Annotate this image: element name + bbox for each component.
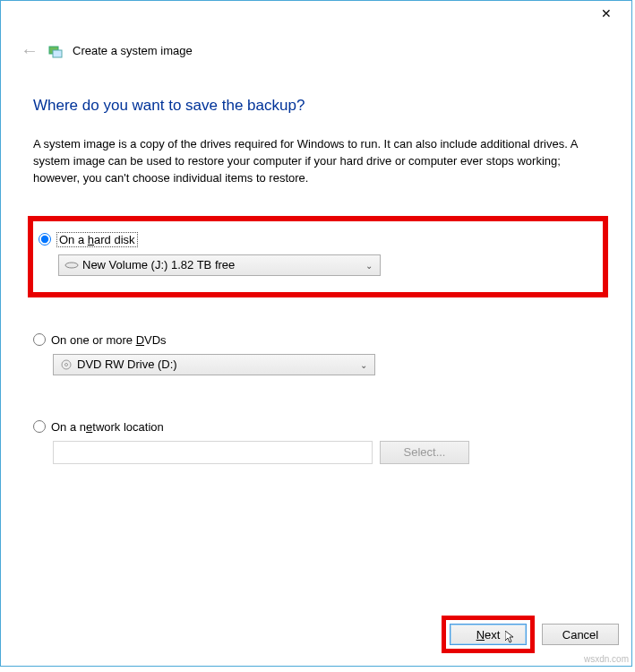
system-image-icon [47,43,64,59]
page-description: A system image is a copy of the drives r… [33,136,599,187]
cancel-button[interactable]: Cancel [542,624,619,645]
titlebar: ✕ [1,1,631,28]
option-network-group: On a network location Select... [33,420,599,464]
back-arrow-icon: ← [21,40,39,61]
network-path-input[interactable] [53,441,373,464]
option-dvd-group: On one or more DVDs DVD RW Drive (D:) ⌄ [33,333,599,375]
svg-point-2 [65,263,78,268]
wizard-window: ✕ ← Create a system image Where do you w… [0,0,632,667]
next-highlight: Next [442,616,535,653]
wizard-title: Create a system image [73,44,193,57]
disc-icon [59,359,73,370]
chevron-down-icon: ⌄ [365,260,373,270]
dvd-dropdown[interactable]: DVD RW Drive (D:) ⌄ [53,354,375,375]
page-heading: Where do you want to save the backup? [33,97,599,115]
hard-disk-dropdown[interactable]: New Volume (J:) 1.82 TB free ⌄ [58,254,381,276]
wizard-footer: Next Cancel [442,616,619,653]
hard-disk-highlight: On a hard disk New Volume (J:) 1.82 TB f… [28,216,608,297]
option-dvd[interactable]: On one or more DVDs [33,333,599,347]
drive-icon [64,260,79,271]
label-hard-disk[interactable]: On a hard disk [56,232,138,247]
option-hard-disk[interactable]: On a hard disk [39,232,594,247]
content-area: Where do you want to save the backup? A … [1,61,631,464]
cursor-icon [505,631,516,646]
close-icon[interactable]: ✕ [594,4,619,22]
chevron-down-icon: ⌄ [360,359,367,369]
svg-point-4 [65,363,68,366]
radio-network[interactable] [33,420,46,433]
dvd-selected: DVD RW Drive (D:) [77,358,177,371]
wizard-header: ← Create a system image [1,28,631,61]
radio-dvd[interactable] [33,333,46,346]
hard-disk-selected: New Volume (J:) 1.82 TB free [82,258,235,271]
svg-rect-1 [53,50,62,57]
network-row: Select... [53,441,599,464]
select-button[interactable]: Select... [380,441,469,464]
label-network[interactable]: On a network location [51,420,164,434]
radio-hard-disk[interactable] [39,233,51,246]
option-network[interactable]: On a network location [33,420,599,434]
label-dvd[interactable]: On one or more DVDs [51,333,167,347]
watermark: wsxdn.com [584,654,629,664]
next-button[interactable]: Next [450,624,527,645]
